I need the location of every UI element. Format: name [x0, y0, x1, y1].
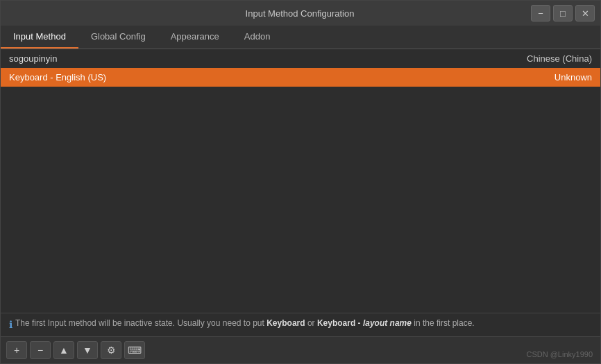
tab-global-config[interactable]: Global Config: [78, 26, 158, 49]
move-up-button[interactable]: ▲: [53, 341, 74, 359]
window-controls: − □ ✕: [531, 5, 595, 21]
tab-addon[interactable]: Addon: [232, 26, 283, 49]
title-bar: Input Method Configuration − □ ✕: [1, 1, 600, 26]
maximize-button[interactable]: □: [553, 5, 573, 21]
remove-button[interactable]: −: [30, 341, 51, 359]
info-bar: ℹ The first Input method will be inactiv…: [1, 313, 600, 336]
minimize-button[interactable]: −: [531, 5, 550, 21]
add-button[interactable]: +: [6, 341, 27, 359]
tab-input-method[interactable]: Input Method: [1, 26, 78, 49]
tab-appearance[interactable]: Appearance: [158, 26, 232, 49]
toolbar: + − ▲ ▼ ⚙ ⌨: [1, 336, 600, 363]
list-item-selected[interactable]: Keyboard - English (US) Unknown: [1, 68, 600, 87]
move-down-button[interactable]: ▼: [77, 341, 98, 359]
item-name: Keyboard - English (US): [9, 72, 106, 83]
item-language: Unknown: [555, 72, 592, 83]
info-text: The first Input method will be inactive …: [15, 318, 475, 329]
item-language: Chinese (China): [527, 53, 592, 64]
main-window: Input Method Configuration − □ ✕ Input M…: [0, 0, 601, 364]
watermark: CSDN @Linky1990: [526, 350, 593, 358]
item-name: sogoupinyin: [9, 53, 57, 64]
list-item[interactable]: sogoupinyin Chinese (China): [1, 49, 600, 68]
input-method-list[interactable]: sogoupinyin Chinese (China) Keyboard - E…: [1, 49, 600, 313]
keyboard-button[interactable]: ⌨: [124, 341, 145, 359]
close-button[interactable]: ✕: [575, 5, 595, 21]
window-title: Input Method Configuration: [69, 8, 531, 19]
tab-bar: Input Method Global Config Appearance Ad…: [1, 26, 600, 49]
settings-button[interactable]: ⚙: [101, 341, 121, 359]
content-area: sogoupinyin Chinese (China) Keyboard - E…: [1, 49, 600, 363]
info-icon: ℹ: [9, 318, 12, 332]
